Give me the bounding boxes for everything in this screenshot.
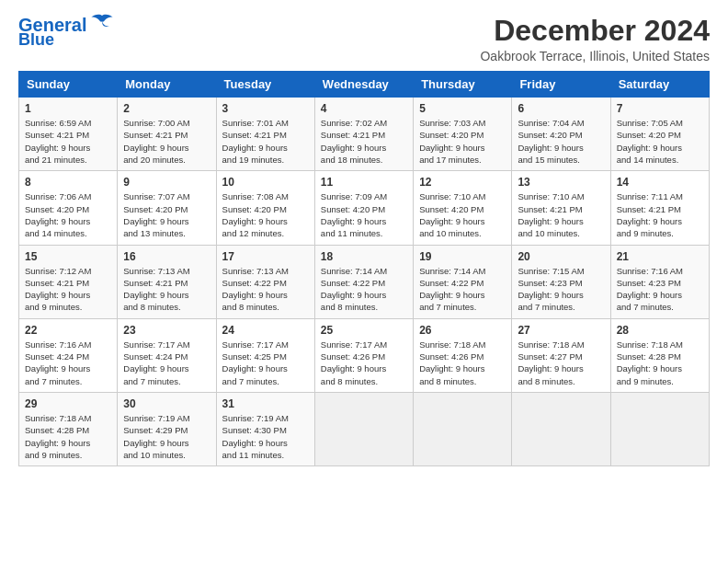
calendar-day-header: Sunday — [19, 72, 118, 98]
day-info: Sunrise: 6:59 AM Sunset: 4:21 PM Dayligh… — [25, 117, 111, 166]
day-info: Sunrise: 7:07 AM Sunset: 4:20 PM Dayligh… — [123, 190, 210, 239]
calendar-cell: 10Sunrise: 7:08 AM Sunset: 4:20 PM Dayli… — [216, 171, 314, 245]
day-info: Sunrise: 7:13 AM Sunset: 4:22 PM Dayligh… — [222, 265, 309, 314]
day-info: Sunrise: 7:17 AM Sunset: 4:26 PM Dayligh… — [321, 339, 407, 387]
day-info: Sunrise: 7:09 AM Sunset: 4:20 PM Dayligh… — [321, 190, 407, 239]
day-number: 31 — [222, 397, 309, 410]
calendar-week-row: 1Sunrise: 6:59 AM Sunset: 4:21 PM Daylig… — [19, 98, 710, 171]
day-info: Sunrise: 7:14 AM Sunset: 4:22 PM Dayligh… — [321, 265, 407, 314]
calendar-day-header: Monday — [118, 72, 216, 98]
day-info: Sunrise: 7:19 AM Sunset: 4:29 PM Dayligh… — [123, 412, 210, 461]
day-info: Sunrise: 7:01 AM Sunset: 4:21 PM Dayligh… — [222, 117, 309, 166]
day-info: Sunrise: 7:12 AM Sunset: 4:21 PM Dayligh… — [25, 265, 111, 314]
calendar-day-header: Thursday — [414, 72, 512, 98]
calendar-cell: 26Sunrise: 7:18 AM Sunset: 4:26 PM Dayli… — [414, 318, 512, 392]
calendar-cell: 3Sunrise: 7:01 AM Sunset: 4:21 PM Daylig… — [216, 98, 314, 171]
calendar-day-header: Wednesday — [314, 72, 413, 98]
calendar-cell: 16Sunrise: 7:13 AM Sunset: 4:21 PM Dayli… — [118, 245, 216, 318]
calendar-cell — [414, 392, 512, 465]
calendar-week-row: 29Sunrise: 7:18 AM Sunset: 4:28 PM Dayli… — [19, 392, 710, 465]
day-number: 24 — [222, 324, 309, 337]
calendar-cell: 30Sunrise: 7:19 AM Sunset: 4:29 PM Dayli… — [118, 392, 216, 465]
logo-bird-icon — [89, 14, 115, 32]
day-number: 8 — [25, 176, 111, 189]
day-number: 17 — [222, 250, 309, 263]
day-number: 21 — [617, 250, 703, 263]
day-number: 23 — [123, 324, 210, 337]
day-number: 7 — [617, 102, 703, 115]
day-info: Sunrise: 7:03 AM Sunset: 4:20 PM Dayligh… — [419, 117, 506, 166]
calendar-cell: 21Sunrise: 7:16 AM Sunset: 4:23 PM Dayli… — [610, 245, 709, 318]
calendar-cell — [512, 392, 610, 465]
day-number: 22 — [25, 324, 111, 337]
calendar-day-header: Tuesday — [216, 72, 314, 98]
calendar-cell: 5Sunrise: 7:03 AM Sunset: 4:20 PM Daylig… — [414, 98, 512, 171]
calendar-cell: 11Sunrise: 7:09 AM Sunset: 4:20 PM Dayli… — [314, 171, 413, 245]
day-number: 26 — [419, 324, 506, 337]
calendar-cell: 2Sunrise: 7:00 AM Sunset: 4:21 PM Daylig… — [118, 98, 216, 171]
calendar-cell: 28Sunrise: 7:18 AM Sunset: 4:28 PM Dayli… — [610, 318, 709, 392]
day-number: 13 — [518, 176, 604, 189]
calendar-cell: 23Sunrise: 7:17 AM Sunset: 4:24 PM Dayli… — [118, 318, 216, 392]
calendar-cell: 19Sunrise: 7:14 AM Sunset: 4:22 PM Dayli… — [414, 245, 512, 318]
calendar-day-header: Saturday — [610, 72, 709, 98]
calendar-cell: 7Sunrise: 7:05 AM Sunset: 4:20 PM Daylig… — [610, 98, 709, 171]
day-info: Sunrise: 7:18 AM Sunset: 4:26 PM Dayligh… — [419, 339, 506, 387]
calendar-cell: 15Sunrise: 7:12 AM Sunset: 4:21 PM Dayli… — [19, 245, 118, 318]
day-number: 9 — [123, 176, 210, 189]
day-info: Sunrise: 7:19 AM Sunset: 4:30 PM Dayligh… — [222, 412, 309, 461]
day-number: 10 — [222, 176, 309, 189]
day-number: 28 — [617, 324, 703, 337]
day-info: Sunrise: 7:16 AM Sunset: 4:23 PM Dayligh… — [617, 265, 703, 314]
day-info: Sunrise: 7:14 AM Sunset: 4:22 PM Dayligh… — [419, 265, 506, 314]
day-info: Sunrise: 7:10 AM Sunset: 4:21 PM Dayligh… — [518, 190, 604, 239]
calendar-cell: 25Sunrise: 7:17 AM Sunset: 4:26 PM Dayli… — [314, 318, 413, 392]
day-info: Sunrise: 7:16 AM Sunset: 4:24 PM Dayligh… — [25, 339, 111, 387]
day-info: Sunrise: 7:18 AM Sunset: 4:28 PM Dayligh… — [25, 412, 111, 461]
day-number: 30 — [123, 397, 210, 410]
calendar-cell: 13Sunrise: 7:10 AM Sunset: 4:21 PM Dayli… — [512, 171, 610, 245]
calendar-cell: 1Sunrise: 6:59 AM Sunset: 4:21 PM Daylig… — [19, 98, 118, 171]
logo: General Blue — [18, 15, 115, 50]
day-number: 11 — [321, 176, 407, 189]
calendar-cell — [314, 392, 413, 465]
day-number: 6 — [518, 102, 604, 115]
calendar-cell: 12Sunrise: 7:10 AM Sunset: 4:20 PM Dayli… — [414, 171, 512, 245]
day-info: Sunrise: 7:17 AM Sunset: 4:25 PM Dayligh… — [222, 339, 309, 387]
calendar-week-row: 15Sunrise: 7:12 AM Sunset: 4:21 PM Dayli… — [19, 245, 710, 318]
day-number: 27 — [518, 324, 604, 337]
day-number: 4 — [321, 102, 407, 115]
day-number: 19 — [419, 250, 506, 263]
calendar-cell: 29Sunrise: 7:18 AM Sunset: 4:28 PM Dayli… — [19, 392, 118, 465]
calendar-cell: 31Sunrise: 7:19 AM Sunset: 4:30 PM Dayli… — [216, 392, 314, 465]
day-number: 3 — [222, 102, 309, 115]
calendar-cell: 17Sunrise: 7:13 AM Sunset: 4:22 PM Dayli… — [216, 245, 314, 318]
day-info: Sunrise: 7:04 AM Sunset: 4:20 PM Dayligh… — [518, 117, 604, 166]
day-info: Sunrise: 7:10 AM Sunset: 4:20 PM Dayligh… — [419, 190, 506, 239]
calendar-cell: 20Sunrise: 7:15 AM Sunset: 4:23 PM Dayli… — [512, 245, 610, 318]
calendar-week-row: 22Sunrise: 7:16 AM Sunset: 4:24 PM Dayli… — [19, 318, 710, 392]
day-info: Sunrise: 7:11 AM Sunset: 4:21 PM Dayligh… — [617, 190, 703, 239]
day-info: Sunrise: 7:17 AM Sunset: 4:24 PM Dayligh… — [123, 339, 210, 387]
logo-blue-text: Blue — [18, 31, 54, 50]
day-number: 2 — [123, 102, 210, 115]
day-info: Sunrise: 7:06 AM Sunset: 4:20 PM Dayligh… — [25, 190, 111, 239]
calendar-week-row: 8Sunrise: 7:06 AM Sunset: 4:20 PM Daylig… — [19, 171, 710, 245]
day-number: 25 — [321, 324, 407, 337]
day-number: 15 — [25, 250, 111, 263]
day-number: 18 — [321, 250, 407, 263]
day-number: 5 — [419, 102, 506, 115]
calendar-cell: 18Sunrise: 7:14 AM Sunset: 4:22 PM Dayli… — [314, 245, 413, 318]
calendar-day-header: Friday — [512, 72, 610, 98]
calendar-cell: 24Sunrise: 7:17 AM Sunset: 4:25 PM Dayli… — [216, 318, 314, 392]
day-info: Sunrise: 7:15 AM Sunset: 4:23 PM Dayligh… — [518, 265, 604, 314]
day-info: Sunrise: 7:00 AM Sunset: 4:21 PM Dayligh… — [123, 117, 210, 166]
calendar-cell: 14Sunrise: 7:11 AM Sunset: 4:21 PM Dayli… — [610, 171, 709, 245]
day-number: 16 — [123, 250, 210, 263]
day-info: Sunrise: 7:02 AM Sunset: 4:21 PM Dayligh… — [321, 117, 407, 166]
calendar-cell: 27Sunrise: 7:18 AM Sunset: 4:27 PM Dayli… — [512, 318, 610, 392]
calendar-header-row: SundayMondayTuesdayWednesdayThursdayFrid… — [19, 72, 710, 98]
day-info: Sunrise: 7:08 AM Sunset: 4:20 PM Dayligh… — [222, 190, 309, 239]
page-header: General Blue December 2024 Oakbrook Terr… — [18, 15, 710, 63]
day-number: 20 — [518, 250, 604, 263]
